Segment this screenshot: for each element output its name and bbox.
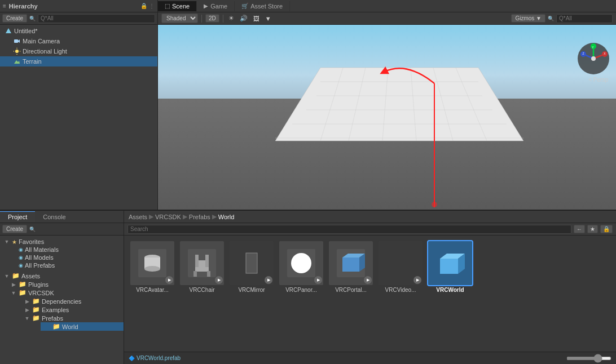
asset-play-vrcvideo[interactable]: ▶	[413, 276, 421, 284]
dep-folder-icon: 📁	[32, 298, 40, 305]
gizmos-button[interactable]: Gizmos ▼	[511, 14, 545, 23]
prefabs-toggle[interactable]: ▼	[24, 316, 30, 321]
all-prefabs-item[interactable]: ◉ All Prefabs	[7, 261, 124, 269]
ex-toggle[interactable]: ▶	[24, 307, 30, 313]
all-models-icon: ◉	[19, 255, 23, 260]
project-create-button[interactable]: Create	[2, 225, 27, 233]
image-icon-btn[interactable]: 🖼	[252, 15, 261, 23]
breadcrumb-vrcsdk[interactable]: VRCSDK	[155, 214, 181, 220]
svg-rect-1	[14, 39, 18, 43]
hierarchy-menu-icon[interactable]: ⋮	[149, 3, 155, 9]
plugins-toggle[interactable]: ▶	[10, 282, 17, 287]
dependencies-label: Dependencies	[42, 298, 81, 305]
asset-play-vrcportal[interactable]: ▶	[364, 276, 372, 284]
asset-item-vrcmirror[interactable]: ▶ VRCMirror	[229, 241, 274, 293]
tab-game[interactable]: ▶ Game	[197, 1, 235, 11]
tab-console[interactable]: Console	[35, 212, 73, 222]
asset-play-vrcmirror[interactable]: ▶	[265, 276, 272, 284]
asset-item-vrcpanor[interactable]: ▶ VRCPanor...	[279, 241, 324, 293]
assets-back-btn[interactable]: ←	[574, 225, 585, 233]
examples-label: Examples	[42, 307, 69, 313]
hierarchy-item-label: Directional Light	[23, 48, 67, 55]
hierarchy-lock-icon[interactable]: 🔒	[140, 3, 147, 9]
ex-folder-icon: 📁	[32, 306, 40, 313]
persp-label: < Persp	[588, 77, 608, 83]
tab-project[interactable]: Project	[0, 211, 35, 222]
assets-toggle[interactable]: ▼	[3, 273, 10, 279]
tab-asset-store[interactable]: 🛒 Asset Store	[235, 1, 290, 11]
all-prefabs-label: All Prefabs	[25, 262, 55, 269]
prefabs-item[interactable]: ▼ 📁 Prefabs	[20, 314, 124, 322]
effects-icon-btn[interactable]: ▼	[263, 15, 273, 23]
audio-icon-btn[interactable]: 🔊	[238, 14, 249, 23]
shaded-select[interactable]: Shaded	[161, 14, 198, 23]
asset-item-vrcavatar[interactable]: ▶ VRCAvatar...	[130, 241, 175, 293]
breadcrumb-sep1: ▶	[149, 213, 153, 220]
hierarchy-item-label: Terrain	[23, 58, 42, 65]
hierarchy-item-untitled[interactable]: Untitled*	[0, 26, 157, 36]
plugins-folder-icon: 📁	[19, 281, 27, 288]
project-tabs: Project Console	[0, 211, 124, 223]
favorites-star-icon: ★	[12, 239, 17, 245]
hierarchy-item-terrain[interactable]: Terrain	[0, 56, 157, 66]
gizmos-label: Gizmos	[515, 15, 534, 21]
assets-forward-btn[interactable]: ★	[587, 225, 598, 233]
asset-item-vrcworld[interactable]: VRCWorld	[428, 241, 473, 293]
all-materials-item[interactable]: ◉ All Materials	[7, 246, 124, 254]
examples-item[interactable]: ▶ 📁 Examples	[20, 305, 124, 314]
asset-item-vrcchair[interactable]: ▶ VRCChair	[179, 241, 225, 293]
svg-marker-8	[14, 60, 20, 64]
btn-2d[interactable]: 2D	[205, 14, 219, 23]
svg-rect-40	[195, 255, 199, 267]
all-models-label: All Models	[25, 254, 54, 261]
asset-item-vrcportal[interactable]: ▶ VRCPortal...	[328, 241, 373, 293]
assets-toolbar: ← ★ 🔒	[124, 223, 616, 236]
all-prefabs-icon: ◉	[19, 263, 23, 268]
svg-marker-0	[6, 28, 11, 33]
tree-item-assets: ▼ 📁 Assets ▶ 📁 Plugins ▼	[0, 270, 124, 332]
terrain-svg	[275, 51, 523, 163]
dependencies-item[interactable]: ▶ 📁 Dependencies	[20, 297, 124, 305]
favorites-label: Favorites	[19, 238, 44, 245]
vrcsdk-folder-icon: 📁	[19, 289, 27, 296]
assets-lock-btn[interactable]: 🔒	[600, 225, 613, 233]
asset-play-vrcchair[interactable]: ▶	[215, 276, 223, 284]
scene-search-input[interactable]	[556, 14, 613, 23]
dep-toggle[interactable]: ▶	[24, 299, 30, 304]
favorites-toggle[interactable]: ▼	[3, 239, 10, 245]
asset-label-vrcpanor: VRCPanor...	[285, 287, 317, 293]
svg-marker-9	[275, 68, 523, 141]
plugins-item[interactable]: ▶ 📁 Plugins	[7, 280, 124, 288]
breadcrumb-world[interactable]: World	[218, 214, 235, 220]
hierarchy-item-main-camera[interactable]: Main Camera	[0, 36, 157, 46]
size-slider[interactable]	[566, 357, 611, 360]
asset-item-vrcvideo[interactable]: ▶ VRCVideo...	[378, 241, 423, 293]
asset-thumb-vrcportal: ▶	[329, 241, 373, 285]
asset-play-vrcavatar[interactable]: ▶	[165, 276, 173, 284]
breadcrumb-sep2: ▶	[183, 213, 187, 220]
asset-thumb-vrcchair: ▶	[180, 241, 224, 285]
asset-play-vrcpanor[interactable]: ▶	[314, 276, 322, 284]
svg-rect-54	[440, 259, 458, 274]
svg-rect-43	[207, 271, 210, 277]
assets-search-input[interactable]	[127, 225, 571, 234]
scene-view[interactable]: Y X Z < Persp	[158, 25, 616, 210]
breadcrumb-assets[interactable]: Assets	[129, 214, 147, 220]
vrcsdk-toggle[interactable]: ▼	[10, 290, 17, 296]
tab-scene-label: Scene	[172, 3, 190, 10]
sun-icon-btn[interactable]: ☀	[227, 14, 236, 23]
scene-panel: ⬚ Scene ▶ Game 🛒 Asset Store Shaded 2D	[158, 0, 616, 210]
all-models-item[interactable]: ◉ All Models	[7, 254, 124, 261]
hierarchy-content: Untitled* Main Camera Directional Light	[0, 25, 157, 210]
asset-label-vrcavatar: VRCAvatar...	[136, 287, 169, 293]
asset-thumb-vrcmirror: ▶	[230, 241, 274, 285]
breadcrumb-prefabs[interactable]: Prefabs	[189, 214, 210, 220]
tab-scene[interactable]: ⬚ Scene	[158, 1, 197, 11]
hierarchy-item-directional-light[interactable]: Directional Light	[0, 46, 157, 56]
hierarchy-search-input[interactable]	[38, 14, 155, 23]
vrcsdk-item[interactable]: ▼ 📁 VRCSDK	[7, 288, 124, 297]
gizmo-widget: Y X Z	[577, 42, 610, 76]
world-item[interactable]: 📁 World	[41, 322, 124, 331]
hierarchy-create-button[interactable]: Create	[2, 14, 27, 23]
hierarchy-header: ≡ Hierarchy 🔒 ⋮	[0, 0, 157, 12]
